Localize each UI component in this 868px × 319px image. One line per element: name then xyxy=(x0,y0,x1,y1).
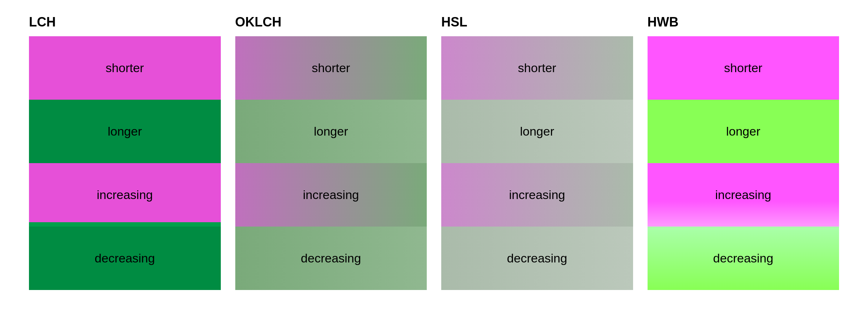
segment-hsl-longer: longer xyxy=(441,100,633,163)
segment-hsl-increasing: increasing xyxy=(441,163,633,227)
group-hsl: HSLshorterlongerincreasingdecreasing xyxy=(434,14,640,290)
label-oklch-shorter: shorter xyxy=(312,61,350,75)
segment-hwb-decreasing: decreasing xyxy=(648,227,839,290)
label-lch-shorter: shorter xyxy=(106,61,144,75)
title-lch: LCH xyxy=(29,14,221,30)
group-lch: LCHshorterlongerincreasingdecreasing xyxy=(22,14,228,290)
label-lch-decreasing: decreasing xyxy=(95,251,155,265)
segment-lch-increasing: increasing xyxy=(29,163,221,227)
segment-hwb-longer: longer xyxy=(648,100,839,163)
page-layout: LCHshorterlongerincreasingdecreasingOKLC… xyxy=(22,14,846,290)
card-hwb: shorterlongerincreasingdecreasing xyxy=(648,36,839,290)
segment-hwb-shorter: shorter xyxy=(648,36,839,100)
label-hsl-shorter: shorter xyxy=(518,61,556,75)
group-oklch: OKLCHshorterlongerincreasingdecreasing xyxy=(228,14,434,290)
segment-lch-shorter: shorter xyxy=(29,36,221,100)
title-hwb: HWB xyxy=(648,14,839,30)
segment-hwb-increasing: increasing xyxy=(648,163,839,227)
label-hsl-longer: longer xyxy=(520,124,554,138)
card-lch: shorterlongerincreasingdecreasing xyxy=(29,36,221,290)
label-oklch-longer: longer xyxy=(314,124,348,138)
label-oklch-decreasing: decreasing xyxy=(301,251,361,265)
label-lch-increasing: increasing xyxy=(97,188,153,202)
segment-lch-longer: longer xyxy=(29,100,221,163)
segment-oklch-decreasing: decreasing xyxy=(235,227,427,290)
card-hsl: shorterlongerincreasingdecreasing xyxy=(441,36,633,290)
segment-hsl-shorter: shorter xyxy=(441,36,633,100)
card-oklch: shorterlongerincreasingdecreasing xyxy=(235,36,427,290)
segment-oklch-longer: longer xyxy=(235,100,427,163)
label-lch-longer: longer xyxy=(108,124,142,138)
title-hsl: HSL xyxy=(441,14,633,30)
title-oklch: OKLCH xyxy=(235,14,427,30)
segment-oklch-increasing: increasing xyxy=(235,163,427,227)
label-hsl-decreasing: decreasing xyxy=(507,251,567,265)
label-hwb-increasing: increasing xyxy=(715,188,771,202)
label-hwb-decreasing: decreasing xyxy=(713,251,773,265)
label-oklch-increasing: increasing xyxy=(303,188,359,202)
segment-hsl-decreasing: decreasing xyxy=(441,227,633,290)
segment-lch-decreasing: decreasing xyxy=(29,227,221,290)
group-hwb: HWBshorterlongerincreasingdecreasing xyxy=(640,14,847,290)
label-hsl-increasing: increasing xyxy=(509,188,565,202)
label-hwb-longer: longer xyxy=(726,124,760,138)
segment-oklch-shorter: shorter xyxy=(235,36,427,100)
label-hwb-shorter: shorter xyxy=(724,61,762,75)
